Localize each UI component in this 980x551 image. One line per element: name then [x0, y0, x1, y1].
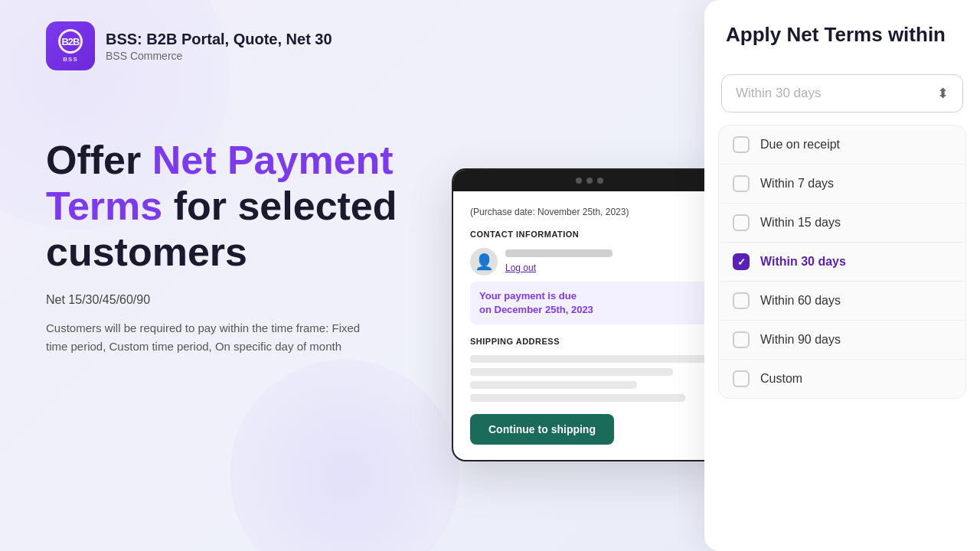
- option-label-within-30: Within 30 days: [760, 255, 846, 269]
- dropdown-item-custom[interactable]: Custom: [719, 360, 965, 398]
- logout-link[interactable]: Log out: [505, 262, 536, 273]
- sort-arrows-icon: ⬍: [937, 88, 949, 99]
- user-icon: 👤: [475, 253, 494, 271]
- dropdown-item-within-15[interactable]: Within 15 days: [719, 204, 965, 243]
- shipping-label: SHIPPING ADDRESS: [470, 337, 709, 346]
- option-label-within-90: Within 90 days: [760, 333, 841, 347]
- description: Customers will be required to pay within…: [46, 319, 375, 356]
- payment-due-line1: Your payment is due: [479, 289, 700, 303]
- address-bar-3: [470, 381, 637, 389]
- contact-label: CONTACT INFORMATION: [470, 230, 709, 239]
- option-label-due-receipt: Due on receipt: [760, 138, 840, 152]
- panel-header: Apply Net Terms within: [704, 0, 980, 62]
- panel-title: Apply Net Terms within: [726, 23, 959, 47]
- app-header: B2B BSS BSS: B2B Portal, Quote, Net 30 B…: [46, 21, 332, 70]
- subheading: Net 15/30/45/60/90: [46, 293, 413, 307]
- checkbox-within-30[interactable]: [733, 253, 750, 270]
- option-label-custom: Custom: [760, 372, 802, 386]
- brand-info: BSS: B2B Portal, Quote, Net 30 BSS Comme…: [106, 31, 332, 62]
- checkbox-within-60[interactable]: [733, 292, 750, 309]
- payment-notice: Your payment is due on December 25th, 20…: [470, 282, 709, 324]
- checkbox-within-7[interactable]: [733, 175, 750, 192]
- dropdown-item-within-90[interactable]: Within 90 days: [719, 321, 965, 360]
- card-body: (Purchase date: November 25th, 2023) CON…: [453, 191, 726, 460]
- heading-plain: Offer: [46, 138, 152, 182]
- app-logo: B2B BSS: [46, 21, 95, 70]
- continue-to-shipping-button[interactable]: Continue to shipping: [470, 414, 614, 445]
- avatar: 👤: [470, 248, 498, 276]
- dot-2: [586, 178, 593, 184]
- net-terms-select[interactable]: Within 30 days ⬍: [721, 74, 963, 112]
- purchase-date: (Purchase date: November 25th, 2023): [470, 207, 709, 217]
- address-bar-4: [470, 394, 685, 402]
- dot-3: [597, 178, 603, 184]
- hero-section: Offer Net Payment Terms for selected cus…: [46, 138, 413, 356]
- contact-row: 👤 Log out: [470, 248, 709, 276]
- app-name: BSS: B2B Portal, Quote, Net 30: [106, 31, 332, 48]
- dot-1: [576, 178, 582, 184]
- dropdown-list: Due on receiptWithin 7 daysWithin 15 day…: [718, 125, 966, 399]
- main-heading: Offer Net Payment Terms for selected cus…: [46, 138, 413, 275]
- dropdown-item-within-60[interactable]: Within 60 days: [719, 282, 965, 321]
- option-label-within-60: Within 60 days: [760, 294, 841, 308]
- select-value: Within 30 days: [736, 86, 822, 101]
- dropdown-item-within-30[interactable]: Within 30 days: [719, 243, 965, 282]
- bg-decoration-2: [230, 360, 459, 551]
- address-bars: [470, 355, 709, 402]
- logo-text: B2B: [61, 36, 79, 47]
- name-placeholder: [505, 249, 612, 257]
- option-label-within-15: Within 15 days: [760, 216, 841, 230]
- net-terms-panel: Apply Net Terms within Within 30 days ⬍ …: [704, 0, 980, 551]
- company-name: BSS Commerce: [106, 50, 332, 62]
- checkbox-within-15[interactable]: [733, 214, 750, 231]
- logo-label: BSS: [63, 56, 77, 63]
- checkbox-due-receipt[interactable]: [733, 136, 750, 153]
- option-label-within-7: Within 7 days: [760, 177, 834, 191]
- address-bar-1: [470, 355, 709, 363]
- dropdown-item-within-7[interactable]: Within 7 days: [719, 165, 965, 204]
- address-bar-2: [470, 368, 673, 376]
- payment-due-line2: on December 25th, 2023: [479, 303, 700, 317]
- checkbox-within-90[interactable]: [733, 331, 750, 348]
- checkout-mockup: (Purchase date: November 25th, 2023) CON…: [452, 168, 727, 461]
- dropdown-item-due-receipt[interactable]: Due on receipt: [719, 126, 965, 165]
- card-topbar: [453, 170, 726, 191]
- contact-info: Log out: [505, 249, 709, 274]
- checkbox-custom[interactable]: [733, 370, 750, 387]
